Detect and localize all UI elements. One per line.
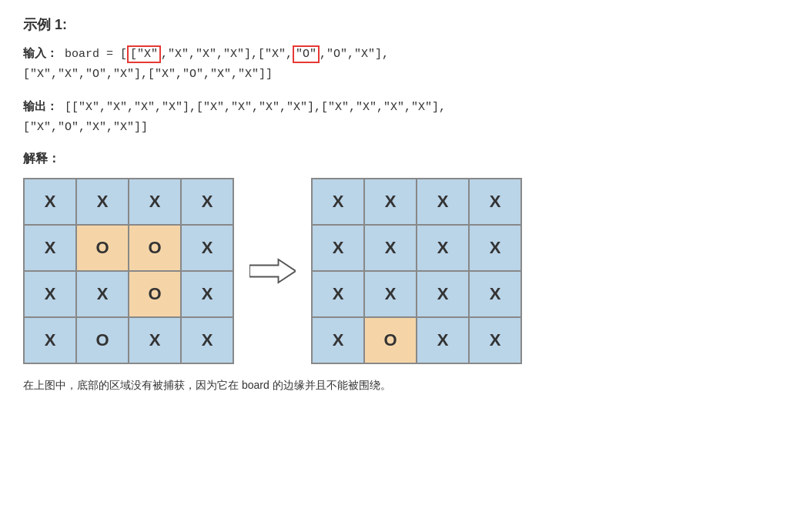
grid-cell: O	[77, 318, 129, 364]
grid-cell: X	[182, 272, 234, 318]
grid-cell: X	[129, 179, 182, 226]
grid-cell: X	[313, 226, 365, 272]
input-code-part2: ,"X","X","X"],["X",	[161, 48, 293, 61]
highlight-x: ["X"	[127, 45, 161, 63]
grid-cell: X	[365, 272, 417, 318]
input-code-part1: board = [	[65, 48, 127, 61]
grid-cell: X	[129, 318, 182, 364]
arrow-container	[249, 256, 296, 286]
grid-left: XXXXXOOXXXOXXOXX	[23, 178, 234, 364]
grid-cell: O	[129, 226, 182, 272]
grid-cell: X	[417, 226, 470, 272]
grid-cell: X	[25, 226, 77, 272]
grid-right: XXXXXXXXXXXXXOXX	[311, 178, 522, 364]
grid-cell: X	[470, 226, 522, 272]
grid-cell: X	[182, 318, 234, 364]
svg-marker-0	[249, 259, 296, 283]
grid-cell: X	[182, 179, 234, 226]
grid-cell: X	[470, 179, 522, 226]
grid-cell: X	[77, 179, 129, 226]
highlight-o: "O"	[293, 45, 320, 63]
grid-cell: X	[77, 272, 129, 318]
grid-cell: X	[417, 272, 470, 318]
grid-cell: X	[313, 179, 365, 226]
grid-cell: X	[182, 226, 234, 272]
input-label: 输入：	[23, 48, 58, 61]
input-block: 输入： board = [["X","X","X","X"],["X","O",…	[23, 45, 787, 84]
arrow-icon	[249, 256, 296, 286]
grid-cell: X	[313, 272, 365, 318]
output-block: 输出： [["X","X","X","X"],["X","X","X","X"]…	[23, 98, 787, 137]
grid-cell: O	[365, 318, 417, 364]
grid-cell: X	[25, 179, 77, 226]
explanation-title: 解释：	[23, 151, 787, 167]
grid-cell: X	[470, 272, 522, 318]
grid-cell: X	[25, 272, 77, 318]
output-line1: [["X","X","X","X"],["X","X","X","X"],["X…	[65, 101, 446, 114]
grid-cell: X	[313, 318, 365, 364]
grid-cell: X	[417, 318, 470, 364]
grids-container: XXXXXOOXXXOXXOXX XXXXXXXXXXXXXOXX	[23, 178, 787, 364]
caption-text: 在上图中，底部的区域没有被捕获，因为它在 board 的边缘并且不能被围绕。	[23, 376, 787, 393]
grid-cell: X	[470, 318, 522, 364]
grid-cell: O	[77, 226, 129, 272]
output-line2: ["X","O","X","X"]]	[23, 121, 148, 134]
grid-cell: O	[129, 272, 182, 318]
input-code-part3: ,"O","X"],	[320, 48, 389, 61]
grid-cell: X	[25, 318, 77, 364]
input-code-part4: ["X","X","O","X"],["X","O","X","X"]]	[23, 68, 273, 81]
grid-cell: X	[417, 179, 470, 226]
grid-cell: X	[365, 179, 417, 226]
grid-cell: X	[365, 226, 417, 272]
output-label: 输出：	[23, 101, 58, 114]
section-title: 示例 1:	[23, 15, 787, 34]
